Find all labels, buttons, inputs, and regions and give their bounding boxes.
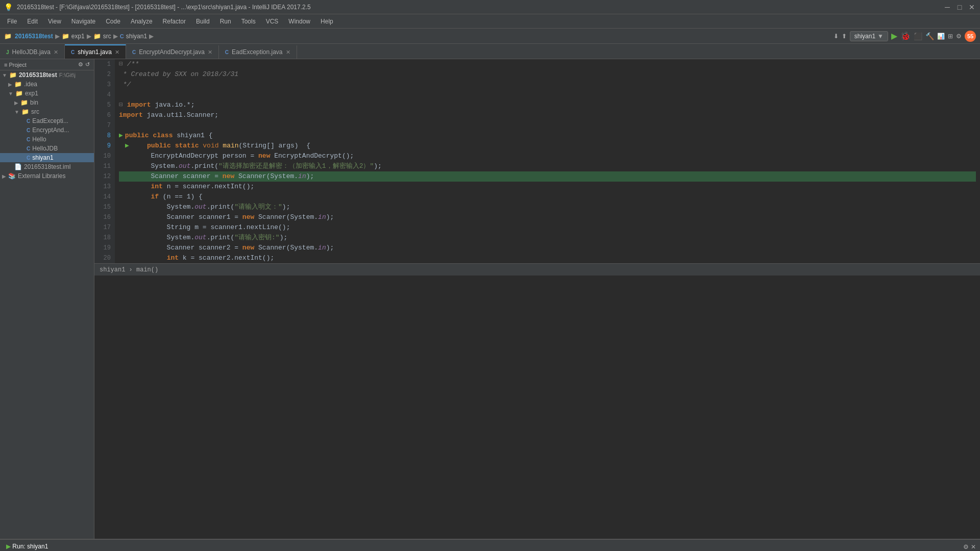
menu-window[interactable]: Window — [283, 16, 315, 27]
tree-item-encrypt[interactable]: C EncryptAnd... — [0, 126, 94, 135]
sidebar-settings-icon[interactable]: ⚙ — [78, 61, 83, 68]
tab-close-hellojdb[interactable]: ✕ — [54, 49, 58, 56]
stop-button[interactable]: ⬛ — [914, 32, 922, 40]
breadcrumb-exp1[interactable]: exp1 — [71, 33, 85, 40]
notification-badge: 55 — [965, 31, 976, 42]
code-line-9: ▶ public static void main(String[] args)… — [119, 141, 976, 151]
tab-close-ead[interactable]: ✕ — [286, 49, 290, 56]
expand-icon-src: ▼ — [14, 109, 19, 115]
code-line-17: String m = scanner1.nextLine(); — [119, 222, 976, 233]
hellojdb-file-label: HelloJDB — [32, 145, 58, 152]
tab-close-encrypt[interactable]: ✕ — [208, 49, 212, 56]
hello-file-label: Hello — [32, 136, 46, 143]
line-numbers: 1 2 3 4 5 6 7 8 9 10 11 12 13 14 15 16 1… — [94, 59, 115, 263]
code-editor[interactable]: 1 2 3 4 5 6 7 8 9 10 11 12 13 14 15 16 1… — [94, 59, 980, 539]
close-panel-btn[interactable]: ✕ — [971, 543, 976, 550]
tab-close-shiyan1[interactable]: ✕ — [115, 49, 119, 56]
project-path: F:\Git\j — [59, 72, 76, 78]
menu-edit[interactable]: Edit — [22, 16, 43, 27]
menu-navigate[interactable]: Navigate — [66, 16, 101, 27]
tab-encryptanddecrypt[interactable]: C EncryptAndDecrypt.java ✕ — [126, 45, 219, 59]
menu-help[interactable]: Help — [315, 16, 338, 27]
run-button[interactable]: ▶ — [891, 31, 897, 41]
minimize-button[interactable]: ─ — [943, 3, 951, 11]
tree-item-hello[interactable]: C Hello — [0, 135, 94, 144]
tree-item-idea[interactable]: ▶ 📁 .idea — [0, 80, 94, 89]
code-line-4 — [119, 90, 976, 100]
tab-label-ead: EadException.java — [232, 48, 282, 56]
run-tab-config: shiyan1 — [27, 543, 48, 550]
expand-icon-ext: ▶ — [2, 173, 6, 179]
sidebar-project-label: ≡ Project — [4, 62, 27, 68]
ext-libs-icon: 📚 — [8, 172, 16, 180]
tree-item-project[interactable]: ▼ 📁 20165318test F:\Git\j — [0, 70, 94, 80]
ead-file-icon: C — [27, 118, 30, 124]
tree-item-shiyan1[interactable]: C shiyan1 — [0, 153, 94, 162]
settings-icon[interactable]: ⚙ — [956, 33, 962, 40]
code-line-14: if (n == 1) { — [119, 192, 976, 202]
tree-item-exp1[interactable]: ▼ 📁 exp1 — [0, 89, 94, 98]
line-num-18: 18 — [94, 233, 115, 243]
line-num-17: 17 — [94, 222, 115, 233]
menu-analyze[interactable]: Analyze — [126, 16, 158, 27]
breadcrumb-project[interactable]: 20165318test — [15, 33, 53, 40]
run-config-selector[interactable]: shiyan1 ▼ — [850, 31, 888, 41]
menu-vcs[interactable]: VCS — [261, 16, 284, 27]
tab-eadexception[interactable]: C EadException.java ✕ — [219, 45, 297, 59]
code-content[interactable]: ⊟/** * Created by SXX on 2018/3/31 */ ⊟i… — [115, 59, 980, 263]
bottom-tabs: ▶ Run: shiyan1 ⚙ ✕ — [0, 540, 980, 551]
navbar: 📁 20165318test ▶ 📁 exp1 ▶ 📁 src ▶ C shiy… — [0, 29, 980, 44]
close-button[interactable]: ✕ — [968, 3, 976, 11]
settings-btn[interactable]: ⚙ — [963, 543, 969, 550]
encrypt-file-icon: C — [27, 128, 30, 133]
line-num-11: 11 — [94, 161, 115, 171]
line-num-20: 20 — [94, 253, 115, 263]
menu-tools[interactable]: Tools — [236, 16, 261, 27]
tree-item-bin[interactable]: ▶ 📁 bin — [0, 98, 94, 107]
line-num-2: 2 — [94, 69, 115, 80]
menu-view[interactable]: View — [43, 16, 66, 27]
line-num-9: 9 — [94, 141, 115, 151]
shiyan1-file-label: shiyan1 — [32, 154, 53, 161]
tree-item-eadexception[interactable]: C EadExcepti... — [0, 116, 94, 126]
build-button[interactable]: 🔨 — [925, 32, 934, 40]
shiyan1-file-icon: C — [27, 155, 30, 161]
menu-code[interactable]: Code — [101, 16, 126, 27]
project-name: 20165318test — [19, 71, 57, 79]
menu-build[interactable]: Build — [191, 16, 215, 27]
tree-item-iml[interactable]: 📄 20165318test.iml — [0, 162, 94, 171]
tree-item-src[interactable]: ▼ 📁 src — [0, 107, 94, 116]
ext-libs-label: External Libraries — [18, 172, 65, 180]
titlebar: 💡 20165318test - [F:\Git\java\20165318te… — [0, 0, 980, 14]
bin-folder-icon: 📁 — [20, 99, 28, 106]
code-line-5: ⊟import java.io.*; — [119, 100, 976, 110]
app-icon: 💡 — [4, 3, 13, 11]
sidebar-sync-icon[interactable]: ↺ — [85, 61, 90, 68]
tree-item-ext-libs[interactable]: ▶ 📚 External Libraries — [0, 171, 94, 181]
tab-shiyan1[interactable]: C shiyan1.java ✕ — [65, 44, 126, 59]
breadcrumb-src[interactable]: src — [103, 33, 111, 40]
editor-breadcrumb: shiyan1 › main() — [94, 263, 980, 276]
bottom-tab-run[interactable]: ▶ Run: shiyan1 — [0, 541, 54, 552]
coverage-button[interactable]: 📊 — [937, 33, 945, 40]
ead-file-label: EadExcepti... — [32, 117, 68, 124]
tab-hellojdb[interactable]: J HelloJDB.java ✕ — [0, 45, 65, 59]
bin-label: bin — [30, 99, 38, 106]
maximize-button[interactable]: □ — [955, 3, 964, 11]
menu-run[interactable]: Run — [215, 16, 236, 27]
layout-button[interactable]: ⊞ — [948, 33, 953, 40]
encrypt-file-label: EncryptAnd... — [32, 127, 69, 134]
code-line-10: EncryptAndDecrypt person = new EncryptAn… — [119, 151, 976, 161]
menu-refactor[interactable]: Refactor — [158, 16, 191, 27]
main-area: ≡ Project ⚙ ↺ ▼ 📁 20165318test F:\Git\j … — [0, 59, 980, 539]
breadcrumb-file[interactable]: shiyan1 — [126, 33, 147, 40]
nav-icon-1[interactable]: ⬇ — [834, 33, 839, 40]
debug-button[interactable]: 🐞 — [900, 31, 911, 41]
hellojdb-file-icon: C — [27, 146, 30, 152]
tree-item-hellojdb[interactable]: C HelloJDB — [0, 144, 94, 153]
code-line-6: import java.util.Scanner; — [119, 110, 976, 120]
code-line-8: ▶ public class shiyan1 { — [119, 131, 976, 141]
menu-file[interactable]: File — [2, 16, 22, 27]
nav-icon-2[interactable]: ⬆ — [842, 33, 847, 40]
expand-icon: ▼ — [2, 72, 7, 78]
